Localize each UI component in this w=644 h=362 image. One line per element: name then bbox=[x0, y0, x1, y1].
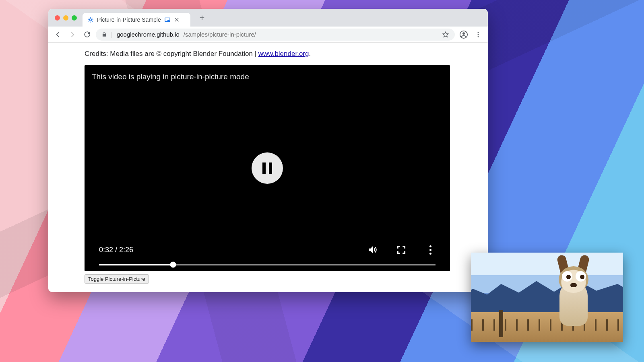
tab-title: Picture-in-Picture Sample bbox=[97, 16, 161, 23]
window-controls bbox=[52, 9, 80, 27]
credits-link[interactable]: www.blender.org bbox=[258, 50, 309, 58]
back-button[interactable] bbox=[52, 29, 64, 40]
url-host: googlechrome.github.io bbox=[117, 31, 180, 38]
progress-played bbox=[99, 264, 173, 265]
url-path: /samples/picture-in-picture/ bbox=[184, 31, 256, 38]
pip-overlay-text: This video is playing in picture-in-pict… bbox=[92, 72, 249, 81]
omnibox-separator: | bbox=[111, 31, 113, 38]
minimize-window-button[interactable] bbox=[63, 15, 68, 21]
pause-button[interactable] bbox=[252, 152, 283, 184]
credits-line: Credits: Media files are © copyright Ble… bbox=[85, 50, 451, 58]
maximize-window-button[interactable] bbox=[72, 15, 77, 21]
progress-bar[interactable] bbox=[99, 264, 436, 265]
progress-thumb[interactable] bbox=[170, 262, 176, 268]
svg-point-0 bbox=[89, 19, 91, 21]
svg-point-4 bbox=[462, 32, 465, 35]
tab-favicon-icon bbox=[87, 16, 94, 23]
player-more-button[interactable] bbox=[425, 245, 436, 255]
page-content: Credits: Media files are © copyright Ble… bbox=[48, 43, 488, 292]
address-bar[interactable]: | googlechrome.github.io/samples/picture… bbox=[96, 29, 455, 41]
playback-time: 0:32 / 2:26 bbox=[99, 246, 133, 254]
browser-menu-button[interactable] bbox=[473, 29, 484, 40]
toggle-pip-button[interactable]: Toggle Picture-in-Picture bbox=[85, 274, 149, 284]
svg-point-7 bbox=[478, 36, 479, 37]
browser-tab[interactable]: Picture-in-Picture Sample bbox=[83, 13, 190, 27]
reload-button[interactable] bbox=[81, 29, 93, 40]
desktop-wallpaper: Picture-in-Picture Sample | googlechrome… bbox=[0, 0, 644, 362]
video-player[interactable]: This video is playing in picture-in-pict… bbox=[85, 65, 450, 271]
lock-icon bbox=[101, 32, 107, 37]
time-total: 2:26 bbox=[119, 246, 133, 254]
player-controls: 0:32 / 2:26 bbox=[85, 245, 450, 271]
pip-window[interactable] bbox=[471, 253, 623, 342]
tab-close-button[interactable] bbox=[174, 17, 180, 23]
svg-point-6 bbox=[478, 34, 479, 35]
pip-indicator-icon bbox=[164, 16, 171, 23]
svg-rect-2 bbox=[167, 20, 169, 21]
credits-suffix: . bbox=[309, 50, 311, 58]
profile-button[interactable] bbox=[458, 29, 469, 40]
pause-icon bbox=[262, 162, 272, 174]
pip-character-icon bbox=[541, 258, 605, 326]
forward-button[interactable] bbox=[67, 29, 78, 40]
volume-button[interactable] bbox=[367, 245, 378, 255]
tab-strip: Picture-in-Picture Sample bbox=[48, 9, 488, 27]
bookmark-star-icon[interactable] bbox=[442, 31, 449, 38]
svg-point-5 bbox=[478, 32, 479, 33]
fullscreen-button[interactable] bbox=[396, 245, 407, 255]
new-tab-button[interactable] bbox=[196, 12, 208, 24]
time-elapsed: 0:32 bbox=[99, 246, 113, 254]
credits-text: Credits: Media files are © copyright Ble… bbox=[85, 50, 258, 58]
browser-toolbar: | googlechrome.github.io/samples/picture… bbox=[48, 27, 488, 43]
browser-window: Picture-in-Picture Sample | googlechrome… bbox=[48, 9, 488, 292]
close-window-button[interactable] bbox=[55, 15, 60, 21]
